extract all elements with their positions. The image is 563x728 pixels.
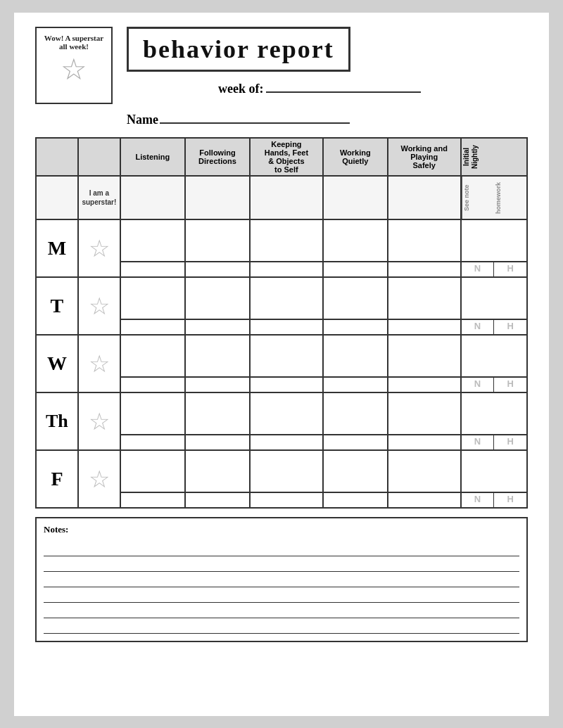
w-quiet-b: [323, 377, 388, 392]
m-quiet: [323, 219, 388, 262]
superstar-initial: See note homework: [461, 176, 527, 219]
th-initial-top: [461, 392, 527, 435]
m-h: H: [494, 262, 526, 276]
col-header-quiet: WorkingQuietly: [323, 138, 388, 176]
f-quiet-b: [323, 492, 388, 508]
col-header-empty2: [78, 138, 120, 176]
m-hands: [250, 219, 323, 262]
see-note-cell: See note: [462, 177, 495, 219]
m-initial-top: [461, 219, 527, 262]
th-quiet: [323, 392, 388, 435]
notes-line-4: [44, 587, 519, 603]
m-follow: [185, 219, 250, 262]
superstar-row: I am asuperstar! See note homework: [36, 176, 527, 219]
t-working: [388, 277, 461, 319]
notes-line-6: [44, 618, 519, 634]
col-header-following: FollowingDirections: [185, 138, 250, 176]
th-follow-b: [185, 435, 250, 450]
m-listen-b: [120, 262, 185, 277]
week-label: week of:: [218, 82, 263, 96]
w-working: [388, 335, 461, 377]
t-n: N: [462, 320, 495, 334]
name-label: Name: [127, 113, 158, 127]
star-t: ☆: [78, 277, 120, 335]
col-header-working: Working andPlayingSafely: [388, 138, 461, 176]
w-quiet: [323, 335, 388, 377]
day-label-th: Th: [36, 392, 78, 450]
t-working-b: [388, 319, 461, 335]
f-hands-b: [250, 492, 323, 508]
f-hands: [250, 450, 323, 492]
superstar-star-icon: ☆: [61, 55, 87, 84]
homework-cell: homework: [494, 177, 526, 219]
th-hands-b: [250, 435, 323, 450]
star-m: ☆: [78, 219, 120, 277]
week-line: week of:: [218, 82, 421, 96]
superstar-working: [388, 176, 461, 219]
col-header-initial: InitialNightly: [461, 138, 527, 176]
w-follow: [185, 335, 250, 377]
th-working: [388, 392, 461, 435]
w-listen: [120, 335, 185, 377]
w-hands-b: [250, 377, 323, 392]
day-label-f: F: [36, 450, 78, 508]
w-follow-b: [185, 377, 250, 392]
th-listen: [120, 392, 185, 435]
day-label-w: W: [36, 335, 78, 392]
m-listen: [120, 219, 185, 262]
f-follow-b: [185, 492, 250, 508]
superstar-text: Wow! A superstar all week!: [42, 34, 106, 51]
day-label-t: T: [36, 277, 78, 335]
col-header-listening: Listening: [120, 138, 185, 176]
superstar-empty1: [36, 176, 78, 219]
superstar-box: Wow! A superstar all week! ☆: [35, 27, 113, 104]
header-row: Listening FollowingDirections KeepingHan…: [36, 138, 527, 176]
th-listen-b: [120, 435, 185, 450]
superstar-follow: [185, 176, 250, 219]
f-working: [388, 450, 461, 492]
w-working-b: [388, 377, 461, 392]
f-working-b: [388, 492, 461, 508]
th-nh: N H: [461, 435, 527, 450]
title-box: behavior report: [127, 27, 350, 72]
title-area: behavior report week of:: [127, 27, 421, 96]
w-hands: [250, 335, 323, 377]
f-listen-b: [120, 492, 185, 508]
f-h: H: [494, 493, 526, 507]
week-underline: [266, 91, 421, 93]
m-working: [388, 219, 461, 262]
notes-lines: [44, 541, 519, 634]
m-hands-b: [250, 262, 323, 277]
day-row-w: W ☆: [36, 335, 527, 377]
day-row-m: M ☆: [36, 219, 527, 262]
notes-line-3: [44, 572, 519, 587]
star-th: ☆: [78, 392, 120, 450]
w-nh: N H: [461, 377, 527, 392]
name-line: Name: [127, 113, 528, 127]
f-initial-top: [461, 450, 527, 492]
w-listen-b: [120, 377, 185, 392]
m-nh: N H: [461, 262, 527, 277]
superstar-label-cell: I am asuperstar!: [78, 176, 120, 219]
th-follow: [185, 392, 250, 435]
th-hands: [250, 392, 323, 435]
notes-label: Notes:: [44, 524, 519, 535]
notes-line-2: [44, 556, 519, 572]
day-row-th: Th ☆: [36, 392, 527, 435]
t-listen: [120, 277, 185, 319]
w-n: N: [462, 378, 495, 392]
behavior-table: Listening FollowingDirections KeepingHan…: [35, 137, 528, 509]
notes-line-5: [44, 603, 519, 618]
t-hands: [250, 277, 323, 319]
t-hands-b: [250, 319, 323, 335]
table-container: Listening FollowingDirections KeepingHan…: [35, 137, 528, 509]
page: Wow! A superstar all week! ☆ behavior re…: [14, 13, 549, 716]
report-title: behavior report: [143, 35, 334, 63]
superstar-hands: [250, 176, 323, 219]
t-listen-b: [120, 319, 185, 335]
t-follow: [185, 277, 250, 319]
f-quiet: [323, 450, 388, 492]
superstar-listen: [120, 176, 185, 219]
w-h: H: [494, 378, 526, 392]
m-quiet-b: [323, 262, 388, 277]
